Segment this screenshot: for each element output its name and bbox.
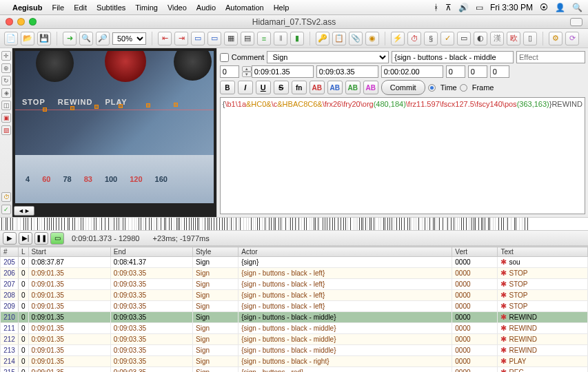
subtitle-text-input[interactable]: {\b1\1a&HC0&\c&HBAC8C6&\frx26\fry20\org(… [220,97,585,214]
rotate-z-tool[interactable]: ↻ [1,76,11,85]
table-row[interactable]: 21200:09:01.350:09:03.35Sign{sign - butt… [1,334,588,345]
table-row[interactable]: 21100:09:01.350:09:03.35Sign{sign - butt… [1,323,588,334]
style-button[interactable]: ◐ [474,32,487,45]
layer-field[interactable] [220,65,239,78]
commit-button[interactable]: Commit [381,80,425,95]
menu-audio[interactable]: Audio [196,3,216,12]
menu-edit[interactable]: Edit [74,3,87,12]
open-file-button[interactable]: 📂 [21,32,34,45]
frame-radio[interactable] [460,84,467,92]
comment-checkbox[interactable] [220,53,229,62]
wifi-icon[interactable]: ⊼ [445,3,452,12]
snap-end-button[interactable]: ▭ [207,32,221,45]
table-row[interactable]: 20600:09:01.350:09:03.35Sign{sign - butt… [1,268,588,279]
layer-up[interactable]: ▴ [242,66,252,72]
start-time-field[interactable] [252,65,314,78]
table-row[interactable]: 20700:09:01.350:09:03.35Sign{sign - butt… [1,279,588,290]
duration-field[interactable] [381,65,443,78]
shift-end-button[interactable]: ⇥ [174,32,188,45]
subtitle-grid[interactable]: #LStartEndStyleActorVertText 20500:08:37… [0,246,588,372]
new-file-button[interactable]: 📄 [4,32,18,45]
scale-tool[interactable]: ◫ [1,101,11,110]
video-button[interactable]: ▮ [290,32,304,45]
time-radio[interactable] [428,84,436,92]
effect-field[interactable] [516,51,585,63]
vector-clip-tool[interactable]: ▨ [1,125,11,135]
select-visible-button[interactable]: ▦ [224,32,238,45]
margin-v-field[interactable] [490,65,509,78]
table-row[interactable]: 21500:09:01.350:09:03.35Sign{sign - butt… [1,367,588,373]
color4-button[interactable]: AB [363,81,378,94]
menu-file[interactable]: File [52,3,64,12]
sort-button[interactable]: § [424,32,438,45]
table-row[interactable]: 21400:09:01.350:09:03.35Sign{sign - butt… [1,356,588,367]
audio-waveform[interactable] [0,217,588,231]
strike-button[interactable]: S [274,81,289,94]
table-row[interactable]: 20500:08:37.870:08:41.37Sign{sign}0000✱s… [1,257,588,268]
bluetooth-icon[interactable]: ᚼ [434,3,438,12]
shift-start-button[interactable]: ⇤ [158,32,172,45]
user-icon[interactable]: 👤 [555,3,565,12]
crosshair-tool[interactable]: ✛ [1,51,11,61]
video-display[interactable]: STOPREWINDPLAY 4607883100120160 ◄► [12,48,217,217]
save-file-button[interactable]: 💾 [37,32,51,45]
zoom-select[interactable]: 50% [112,32,146,45]
play-button[interactable]: ▶ [3,232,17,245]
spotlight-icon[interactable]: ⦿ [540,3,548,12]
settings-button[interactable]: ⚙ [549,32,562,45]
styling-button[interactable]: 欧 [507,32,520,45]
zoom-button[interactable] [29,18,37,25]
color3-button[interactable]: AB [345,81,361,94]
clip-tool[interactable]: ▣ [1,113,11,123]
spellcheck-button[interactable]: ✓ [440,32,454,45]
actor-field[interactable] [392,51,514,63]
help-tool[interactable]: ⏱ [1,192,11,202]
list-button[interactable]: ≡ [257,32,271,45]
table-row[interactable]: 21000:09:01.350:09:03.35Sign{sign - butt… [1,312,588,323]
properties-button[interactable]: 📋 [332,32,346,45]
italic-button[interactable]: I [238,81,253,94]
move-tool[interactable]: ⊕ [1,63,11,73]
bold-button[interactable]: B [220,81,235,94]
attachment-button[interactable]: 📎 [349,32,363,45]
resample-button[interactable]: ◉ [365,32,379,45]
play-line-button[interactable]: ▶| [19,232,32,245]
table-row[interactable]: 21300:09:01.350:09:03.35Sign{sign - butt… [1,345,588,356]
margin-r-field[interactable] [468,65,487,78]
search-icon[interactable]: 🔍 [572,3,582,12]
menu-automation[interactable]: Automation [225,3,264,12]
snap-start-button[interactable]: ▭ [191,32,205,45]
margin-l-field[interactable] [446,65,465,78]
toggle-autoplay-button[interactable]: ▭ [50,232,64,245]
end-time-field[interactable] [316,65,378,78]
table-row[interactable]: 20900:09:01.350:09:03.35Sign{sign - butt… [1,301,588,312]
color2-button[interactable]: AB [327,81,343,94]
toolbar-toggle-button[interactable] [570,18,582,26]
fonts-button[interactable]: ▯ [523,32,537,45]
menu-video[interactable]: Video [168,3,187,12]
pause-button[interactable]: ❚❚ [34,232,48,245]
app-name[interactable]: Aegisub [12,3,42,12]
video-seek-button[interactable]: ◄► [14,206,34,216]
translate-button[interactable]: ▭ [457,32,471,45]
volume-icon[interactable]: 🔊 [458,3,469,12]
keyframe-button[interactable]: 🔑 [316,32,330,45]
toggle-tool[interactable]: ✓ [1,205,11,214]
timeline-button[interactable]: ⫴ [274,32,287,45]
cycle-button[interactable]: ⟳ [565,32,579,45]
underline-button[interactable]: U [256,81,271,94]
font-button[interactable]: fn [292,81,307,94]
detach-button[interactable]: ▤ [241,32,254,45]
zoom-in-button[interactable]: 🔍 [79,32,93,45]
menu-timing[interactable]: Timing [135,3,158,12]
rotate-xy-tool[interactable]: ◈ [1,88,11,98]
minimize-button[interactable] [17,18,25,25]
close-button[interactable] [6,18,13,25]
battery-icon[interactable]: ▭ [476,3,483,12]
shift-times-button[interactable]: ⏱ [407,32,421,45]
kanji-button[interactable]: 漢 [490,32,504,45]
zoom-out-button[interactable]: 🔎 [96,32,110,45]
style-select[interactable]: Sign [267,51,389,63]
color1-button[interactable]: AB [310,81,325,94]
jump-button[interactable]: ➜ [63,32,77,45]
